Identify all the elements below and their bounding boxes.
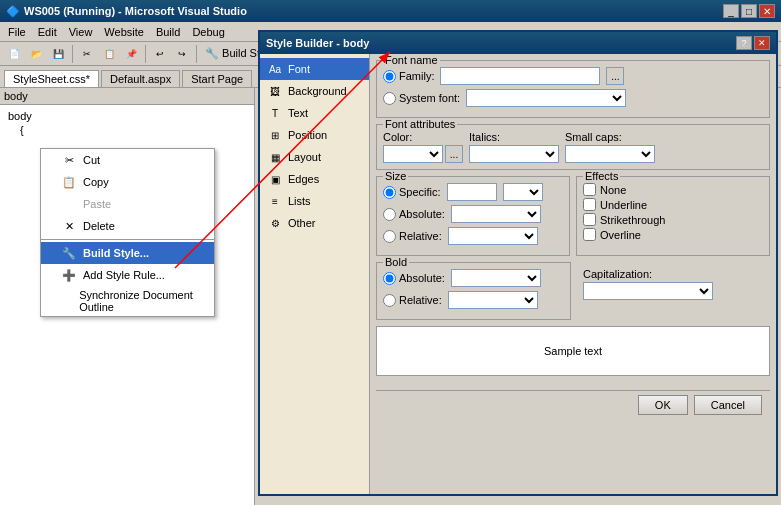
effects-group: Effects None Underline Strikethrough [576, 176, 770, 256]
bold-cap-row: Bold Absolute: Relative: [376, 262, 770, 320]
color-browse-button[interactable]: ... [445, 145, 463, 163]
tab-startpage[interactable]: Start Page [182, 70, 252, 87]
tb-save[interactable]: 💾 [48, 44, 68, 64]
nav-position[interactable]: ⊞ Position [260, 124, 369, 146]
dialog-help-button[interactable]: ? [736, 36, 752, 50]
tab-stylesheet[interactable]: StyleSheet.css* [4, 70, 99, 87]
strikethrough-label: Strikethrough [600, 214, 665, 226]
menu-file[interactable]: File [2, 24, 32, 40]
size-absolute-radio[interactable] [383, 208, 396, 221]
ctx-delete-label: Delete [83, 220, 115, 232]
nav-lists-label: Lists [288, 195, 311, 207]
size-relative-select[interactable] [448, 227, 538, 245]
size-specific-radio-label[interactable]: Specific: [383, 186, 441, 199]
italics-select[interactable] [469, 145, 559, 163]
none-checkbox[interactable] [583, 183, 596, 196]
ctx-build-style[interactable]: 🔧 Build Style... [41, 242, 214, 264]
family-input[interactable] [440, 67, 600, 85]
size-absolute-row: Absolute: [383, 205, 563, 223]
strikethrough-row: Strikethrough [583, 213, 763, 226]
ok-button[interactable]: OK [638, 395, 688, 415]
system-font-select[interactable] [466, 89, 626, 107]
ctx-add-rule[interactable]: ➕ Add Style Rule... [41, 264, 214, 286]
tb-cut[interactable]: ✂ [77, 44, 97, 64]
ctx-sync[interactable]: Synchronize Document Outline [41, 286, 214, 316]
nav-lists[interactable]: ≡ Lists [260, 190, 369, 212]
size-absolute-radio-label[interactable]: Absolute: [383, 208, 445, 221]
ctx-copy[interactable]: 📋 Copy [41, 171, 214, 193]
family-radio[interactable] [383, 70, 396, 83]
bold-abs-select[interactable] [451, 269, 541, 287]
none-row: None [583, 183, 763, 196]
family-browse-button[interactable]: ... [606, 67, 624, 85]
tb-undo[interactable]: ↩ [150, 44, 170, 64]
nav-edges[interactable]: ▣ Edges [260, 168, 369, 190]
bold-abs-radio[interactable] [383, 272, 396, 285]
title-bar-controls[interactable]: _ □ ✕ [723, 4, 775, 18]
overline-checkbox[interactable] [583, 228, 596, 241]
strikethrough-checkbox[interactable] [583, 213, 596, 226]
tb-separator-3 [196, 45, 197, 63]
tb-redo[interactable]: ↪ [172, 44, 192, 64]
nav-layout[interactable]: ▦ Layout [260, 146, 369, 168]
nav-text[interactable]: T Text [260, 102, 369, 124]
dialog-title-controls[interactable]: ? ✕ [736, 36, 770, 50]
capitalization-select[interactable] [583, 282, 713, 300]
tb-open[interactable]: 📂 [26, 44, 46, 64]
small-caps-select[interactable] [565, 145, 655, 163]
bold-rel-radio-label[interactable]: Relative: [383, 294, 442, 307]
size-specific-input[interactable] [447, 183, 497, 201]
nav-background[interactable]: 🖼 Background [260, 80, 369, 102]
size-relative-radio-label[interactable]: Relative: [383, 230, 442, 243]
tb-new[interactable]: 📄 [4, 44, 24, 64]
tree-body[interactable]: body [4, 109, 250, 123]
ctx-add-rule-label: Add Style Rule... [83, 269, 165, 281]
tb-copy[interactable]: 📋 [99, 44, 119, 64]
effects-label: Effects [583, 170, 620, 182]
minimize-button[interactable]: _ [723, 4, 739, 18]
menu-website[interactable]: Website [98, 24, 150, 40]
bold-abs-radio-label[interactable]: Absolute: [383, 272, 445, 285]
dialog-close-button[interactable]: ✕ [754, 36, 770, 50]
bold-rel-select[interactable] [448, 291, 538, 309]
size-relative-radio[interactable] [383, 230, 396, 243]
sample-text-area: Sample text [376, 326, 770, 376]
color-select[interactable] [383, 145, 443, 163]
overline-label: Overline [600, 229, 641, 241]
bold-rel-radio[interactable] [383, 294, 396, 307]
nav-font[interactable]: Aa Font [260, 58, 369, 80]
cancel-button[interactable]: Cancel [694, 395, 762, 415]
underline-checkbox[interactable] [583, 198, 596, 211]
menu-view[interactable]: View [63, 24, 99, 40]
tree-brace[interactable]: { [16, 123, 250, 137]
nav-font-label: Font [288, 63, 310, 75]
dialog-nav: Aa Font 🖼 Background T Text ⊞ Position ▦ [260, 54, 370, 494]
font-attributes-label: Font attributes [383, 118, 457, 130]
tb-separator-2 [145, 45, 146, 63]
ctx-delete[interactable]: ✕ Delete [41, 215, 214, 237]
font-content-panel: Font name Family: ... System font: [370, 54, 776, 494]
close-button[interactable]: ✕ [759, 4, 775, 18]
menu-build[interactable]: Build [150, 24, 186, 40]
system-font-radio-label[interactable]: System font: [383, 92, 460, 105]
ctx-cut-label: Cut [83, 154, 100, 166]
ctx-cut[interactable]: ✂ Cut [41, 149, 214, 171]
tab-defaultaspx[interactable]: Default.aspx [101, 70, 180, 87]
size-group: Size Specific: Absol [376, 176, 570, 256]
dialog-body: Aa Font 🖼 Background T Text ⊞ Position ▦ [260, 54, 776, 494]
menu-edit[interactable]: Edit [32, 24, 63, 40]
app-icon: 🔷 [6, 5, 20, 18]
position-nav-icon: ⊞ [266, 127, 284, 143]
system-font-radio[interactable] [383, 92, 396, 105]
size-absolute-select[interactable] [451, 205, 541, 223]
font-name-label: Font name [383, 54, 440, 66]
nav-other[interactable]: ⚙ Other [260, 212, 369, 234]
menu-debug[interactable]: Debug [186, 24, 230, 40]
family-radio-label[interactable]: Family: [383, 70, 434, 83]
size-specific-radio[interactable] [383, 186, 396, 199]
size-specific-unit[interactable] [503, 183, 543, 201]
overline-row: Overline [583, 228, 763, 241]
maximize-button[interactable]: □ [741, 4, 757, 18]
none-label: None [600, 184, 626, 196]
tb-paste[interactable]: 📌 [121, 44, 141, 64]
